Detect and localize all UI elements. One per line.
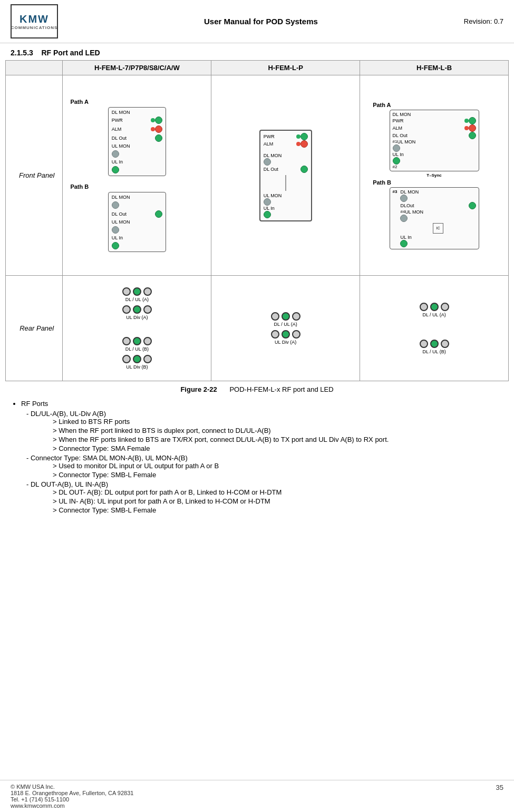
dl-ul-a-label: DL / UL (A) xyxy=(125,297,149,302)
dl-mon-row: DL MON xyxy=(112,110,162,115)
dl-ul-b-lb-label: DL / UL (B) xyxy=(422,349,445,354)
alm-port-lp xyxy=(300,140,308,148)
dl-ul-b-label: DL / UL (B) xyxy=(125,346,149,352)
dl-mon-b-lb xyxy=(400,195,408,202)
footer-tel: Tel. +1 (714) 515-1100 xyxy=(11,796,133,803)
path-b-block: DL MON DL Out UL MON xyxy=(108,192,166,252)
footer-left: © KMW USA Inc. 1818 E. Orangethrope Ave,… xyxy=(11,784,133,809)
page-number: 35 xyxy=(496,784,503,809)
arrow-3-3: Connector Type: SMB-L Female xyxy=(53,506,503,514)
port4 xyxy=(122,305,131,314)
ul-in-port xyxy=(112,166,119,173)
lb-port7 xyxy=(420,340,428,348)
lp-port5 xyxy=(282,330,290,339)
arrow-2-1: Used to monitor DL input or UL output fo… xyxy=(53,462,503,470)
port1 xyxy=(122,287,131,296)
arrow-2-2: Connector Type: SMB-L Female xyxy=(53,471,503,479)
dl-out-b-lb xyxy=(469,202,476,209)
front-panel-hfemlb: Path A DL MON PWR ALM xyxy=(360,75,509,276)
dl-out-b-port xyxy=(155,210,162,218)
pwr-port-lp xyxy=(300,133,308,140)
figure-title: POD-H-FEM-L-x RF port and LED xyxy=(229,385,333,393)
tsync-label: T–Sync xyxy=(426,173,441,178)
ul-in-lp xyxy=(264,211,271,218)
ul-div-a-lp-group: UL Div (A) xyxy=(271,330,300,345)
port5 xyxy=(133,305,141,314)
dl-mon-lp xyxy=(264,158,271,166)
path-a-label: Path A xyxy=(70,99,88,105)
figure-number: Figure 2-22 xyxy=(180,385,217,393)
dl-mon-b-port xyxy=(112,201,119,209)
page-header: KMW COMMUNICATIONS User Manual for POD S… xyxy=(0,0,514,43)
pwr-port xyxy=(155,117,162,124)
alm-led-lp xyxy=(296,142,300,146)
bullet-list: RF Ports xyxy=(21,400,503,408)
front-panel-row: Front Panel Path A DL MON PWR xyxy=(6,75,509,276)
col-header-1: H-FEM-L-7/P7P8/S8/C/A/W xyxy=(63,61,211,75)
dl-ul-b-ports xyxy=(122,337,152,345)
hfemlp-block: PWR ALM DL MON xyxy=(259,130,312,221)
dl-ul-b-group: DL / UL (B) xyxy=(122,337,152,352)
path-b-label: Path B xyxy=(70,183,89,190)
pwr-led-lp xyxy=(296,134,300,139)
alm-lb xyxy=(464,126,469,130)
dl-ul-b-lb-group: DL / UL (B) xyxy=(420,340,449,354)
port9 xyxy=(143,337,152,345)
hfemlb-path-b: #3 DL MON DLOut xyxy=(390,187,479,249)
hfemlb-rear-diagram: DL / UL (A) DL / UL (B) xyxy=(362,298,506,359)
lb-port9 xyxy=(441,340,449,348)
dl-ul-a-lp-group: DL / UL (A) xyxy=(271,312,300,327)
lb-port2 xyxy=(430,303,439,311)
arrow-list-3: DL OUT- A(B): DL output port for path A … xyxy=(53,488,503,514)
dash-item-2: Connector Type: SMA DL MON-A(B), UL MON-… xyxy=(26,454,503,479)
port10 xyxy=(122,355,131,363)
dl-ul-a-lb-ports xyxy=(420,303,449,311)
port6 xyxy=(143,305,152,314)
arrow-1-3: When the RF ports linked to BTS are TX/R… xyxy=(53,436,503,443)
logo-area: KMW COMMUNICATIONS xyxy=(11,4,58,38)
arrow-1-1: Linked to BTS RF ports xyxy=(53,418,503,426)
hfeml7-rear-diagram: DL / UL (A) UL Div (A) xyxy=(65,283,209,374)
dl-out-port xyxy=(155,134,162,142)
arrow-1-2: When the RF port linked to BTS is duplex… xyxy=(53,427,503,434)
footer-address: 1818 E. Orangethrope Ave, Fullerton, CA … xyxy=(11,790,133,796)
ul-in-b-port xyxy=(112,242,119,249)
ul-mon-lb xyxy=(393,144,400,152)
arrow-list-2: Used to monitor DL input or UL output fo… xyxy=(53,462,503,479)
ul-mon-port xyxy=(112,150,119,158)
ul-div-a-ports xyxy=(122,305,152,314)
arrow-1-4: Connector Type: SMA Female xyxy=(53,444,503,452)
port2 xyxy=(133,287,141,296)
pwr-port-lb xyxy=(469,117,476,124)
path-a-block: DL MON PWR ALM DL Ou xyxy=(108,107,166,176)
col-header-empty xyxy=(6,61,63,75)
hfemlp-rear-diagram: DL / UL (A) UL Div (A) xyxy=(214,308,357,349)
hfemlb-path-a: DL MON PWR ALM DL O xyxy=(390,110,479,171)
dash-item-3: DL OUT-A(B), UL IN-A(B) DL OUT- A(B): DL… xyxy=(26,480,503,514)
arrow-list-1: Linked to BTS RF ports When the RF port … xyxy=(53,418,503,452)
col-header-2: H-FEM-L-P xyxy=(211,61,360,75)
ul-mon-b-port xyxy=(112,226,119,234)
col-header-3: H-FEM-L-B xyxy=(360,61,509,75)
document-title: User Manual for POD Systems xyxy=(58,17,464,26)
dl-out-lp xyxy=(300,166,308,173)
rf-port-table: H-FEM-L-7/P7P8/S8/C/A/W H-FEM-L-P H-FEM-… xyxy=(5,60,509,381)
ul-div-b-label: UL Div (B) xyxy=(126,364,148,370)
tsync-row: T–Sync xyxy=(426,173,441,178)
ul-div-b-group: UL Div (B) xyxy=(122,355,152,370)
ul-div-a-group: UL Div (A) xyxy=(122,305,152,320)
rf-ports-item: RF Ports xyxy=(21,400,503,408)
dl-ul-a-ports xyxy=(122,287,152,296)
port3 xyxy=(143,287,152,296)
hfeml7-front-diagram: Path A DL MON PWR ALM xyxy=(65,99,209,252)
dl-ul-b-lb-ports xyxy=(420,340,449,348)
ul-mon-lp xyxy=(264,198,271,206)
ul-div-a-lp-label: UL Div (A) xyxy=(275,340,296,345)
dl-ul-a-lb-label: DL / UL (A) xyxy=(422,312,445,317)
alm-led xyxy=(151,127,155,131)
dash-item-1: DL/UL-A(B), UL-Div A(B) Linked to BTS RF… xyxy=(26,410,503,452)
lp-port6 xyxy=(292,330,300,339)
path-b-lb-label: Path B xyxy=(373,179,391,186)
port8 xyxy=(133,337,141,345)
alm-port xyxy=(155,125,162,133)
